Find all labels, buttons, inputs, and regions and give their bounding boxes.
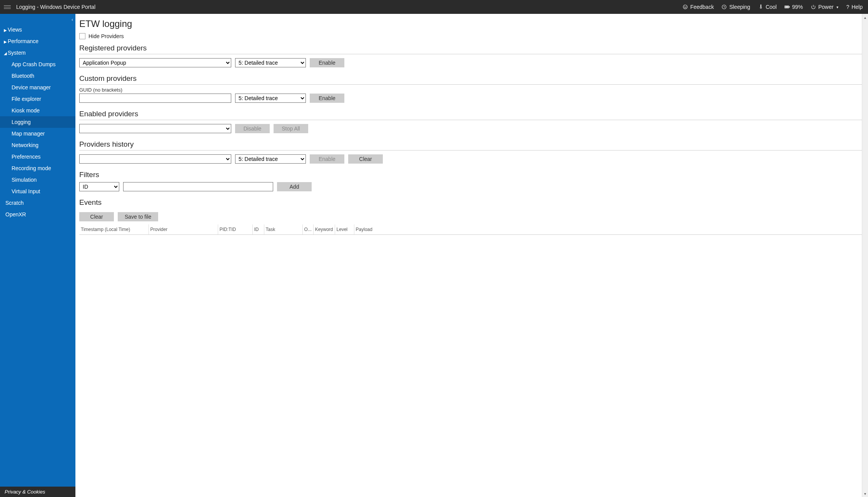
disable-button[interactable]: Disable [235, 124, 270, 133]
sidebar-item-openxr[interactable]: OpenXR [0, 209, 75, 220]
svg-point-1 [684, 7, 685, 7]
main-content: ETW logging Hide Providers Registered pr… [75, 14, 868, 497]
providers-history-heading: Providers history [79, 140, 863, 151]
guid-label: GUID (no brackets) [79, 87, 863, 93]
hide-providers-checkbox[interactable] [79, 33, 85, 39]
sidebar-item-file-explorer[interactable]: File explorer [0, 93, 75, 105]
privacy-cookies-link[interactable]: Privacy & Cookies [0, 487, 75, 497]
events-table: Timestamp (Local Time) Provider PID:TID … [79, 224, 863, 235]
filter-value-input[interactable] [123, 182, 273, 191]
events-col-task[interactable]: Task [264, 224, 302, 235]
history-provider-select[interactable] [79, 154, 231, 164]
smile-icon [683, 4, 688, 10]
hide-providers-label: Hide Providers [88, 33, 124, 39]
filter-add-button[interactable]: Add [277, 182, 312, 191]
scroll-down-icon[interactable]: ▾ [862, 490, 868, 497]
window-title: Logging - Windows Device Portal [16, 4, 95, 10]
sidebar: ‹ ▶Views ▶Performance ◢System App Crash … [0, 14, 75, 497]
events-heading: Events [79, 198, 863, 208]
sidebar-group-performance[interactable]: ▶Performance [0, 35, 75, 47]
events-save-button[interactable]: Save to file [118, 212, 158, 221]
events-col-payload[interactable]: Payload [354, 224, 863, 235]
sidebar-item-virtual-input[interactable]: Virtual Input [0, 186, 75, 197]
thermometer-icon [758, 4, 763, 10]
registered-providers-heading: Registered providers [79, 44, 863, 54]
sleep-status[interactable]: Sleeping [721, 4, 750, 10]
scroll-up-icon[interactable]: ▴ [862, 14, 868, 21]
svg-point-2 [686, 7, 686, 7]
hamburger-icon[interactable] [4, 5, 11, 9]
page-title: ETW logging [79, 18, 863, 29]
events-col-provider[interactable]: Provider [149, 224, 218, 235]
sidebar-item-kiosk-mode[interactable]: Kiosk mode [0, 105, 75, 116]
custom-guid-input[interactable] [79, 94, 231, 103]
sidebar-item-scratch[interactable]: Scratch [0, 197, 75, 209]
history-level-select[interactable]: 5: Detailed trace [235, 154, 306, 164]
sidebar-item-logging[interactable]: Logging [0, 116, 75, 128]
filters-heading: Filters [79, 171, 863, 181]
sidebar-item-map-manager[interactable]: Map manager [0, 128, 75, 139]
events-col-timestamp[interactable]: Timestamp (Local Time) [79, 224, 149, 235]
battery-icon [785, 4, 790, 10]
sidebar-item-networking[interactable]: Networking [0, 139, 75, 151]
registered-provider-select[interactable]: Application Popup [79, 58, 231, 67]
sidebar-group-views[interactable]: ▶Views [0, 24, 75, 35]
stop-all-button[interactable]: Stop All [274, 124, 308, 133]
registered-level-select[interactable]: 5: Detailed trace [235, 58, 306, 67]
sidebar-item-simulation[interactable]: Simulation [0, 174, 75, 186]
events-col-opcode[interactable]: O... [302, 224, 313, 235]
svg-rect-6 [785, 6, 788, 8]
enabled-providers-heading: Enabled providers [79, 110, 863, 120]
events-col-keyword[interactable]: Keyword [313, 224, 335, 235]
chevron-down-icon: ▾ [836, 5, 838, 9]
custom-enable-button[interactable]: Enable [310, 94, 344, 103]
top-bar: Logging - Windows Device Portal Feedback… [0, 0, 868, 14]
sidebar-item-recording-mode[interactable]: Recording mode [0, 162, 75, 174]
power-menu[interactable]: Power ▾ [811, 4, 839, 10]
svg-point-0 [683, 5, 688, 9]
feedback-button[interactable]: Feedback [683, 4, 714, 10]
sidebar-group-system[interactable]: ◢System [0, 47, 75, 59]
collapse-sidebar-icon[interactable]: ‹ [72, 17, 73, 22]
filter-field-select[interactable]: ID [79, 182, 119, 191]
events-col-level[interactable]: Level [335, 224, 354, 235]
sidebar-item-device-manager[interactable]: Device manager [0, 82, 75, 93]
power-icon [811, 4, 816, 10]
registered-enable-button[interactable]: Enable [310, 58, 344, 67]
temperature-status[interactable]: Cool [758, 4, 777, 10]
sidebar-item-bluetooth[interactable]: Bluetooth [0, 70, 75, 82]
sidebar-item-app-crash-dumps[interactable]: App Crash Dumps [0, 59, 75, 70]
battery-status[interactable]: 99% [785, 4, 803, 10]
help-button[interactable]: ? Help [846, 4, 863, 10]
history-enable-button[interactable]: Enable [310, 154, 344, 164]
sidebar-item-preferences[interactable]: Preferences [0, 151, 75, 162]
custom-providers-heading: Custom providers [79, 74, 863, 85]
question-icon: ? [846, 4, 849, 10]
clock-icon [721, 4, 727, 10]
svg-rect-5 [789, 7, 789, 7]
custom-level-select[interactable]: 5: Detailed trace [235, 94, 306, 103]
vertical-scrollbar[interactable]: ▴ ▾ [862, 14, 868, 497]
events-clear-button[interactable]: Clear [79, 212, 114, 221]
history-clear-button[interactable]: Clear [348, 154, 383, 164]
enabled-provider-select[interactable] [79, 124, 231, 133]
events-col-pidtid[interactable]: PID:TID [218, 224, 252, 235]
events-col-id[interactable]: ID [252, 224, 264, 235]
